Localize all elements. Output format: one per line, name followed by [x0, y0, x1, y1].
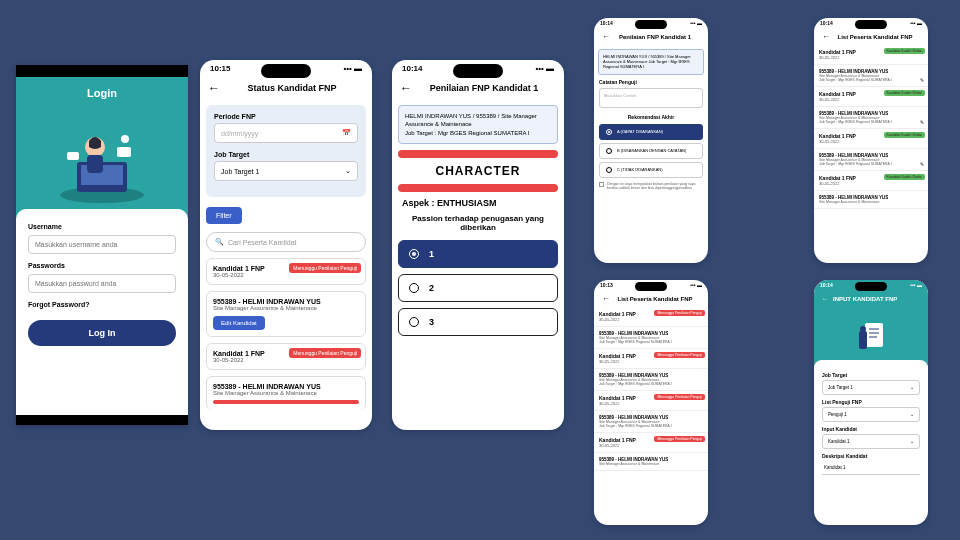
progress-bar — [213, 400, 359, 404]
list-item[interactable]: Kandidat 1 FNP30-05-2022Kandidat Sudah D… — [814, 171, 928, 191]
edit-icon[interactable]: ✎ — [920, 77, 924, 83]
svg-rect-5 — [117, 147, 131, 157]
list-item[interactable]: Kandidat 1 FNP30-05-2022Kandidat Sudah D… — [814, 45, 928, 65]
list-item[interactable]: Kandidat 1 FNP30-05-2022Kandidat Sudah D… — [814, 129, 928, 149]
deskripsi-label: Deskripsi Kandidat — [822, 453, 920, 459]
edit-icon[interactable]: ✎ — [920, 161, 924, 167]
back-icon[interactable]: ← — [602, 294, 610, 303]
chevron-down-icon: ⌄ — [345, 167, 351, 175]
status-badge: Menunggu Penilaian Penguji — [289, 348, 361, 358]
character-heading: CHARACTER — [392, 164, 564, 178]
deskripsi-input[interactable]: Kandidat 1 — [822, 461, 920, 475]
chevron-down-icon: ⌄ — [910, 439, 914, 444]
back-icon[interactable]: ← — [400, 81, 412, 95]
filter-button[interactable]: Filter — [206, 207, 242, 224]
rekom-option-b[interactable]: B (DISARANKAN DENGAN CATATAN) — [599, 143, 703, 159]
header: ← Penilaian FNP Kandidat 1 — [392, 77, 564, 99]
status-icons: ••• ▬ — [910, 282, 922, 288]
candidate-info: HELMI INDRAWAN YUS / 955389 / Site Manag… — [398, 105, 558, 144]
divider — [398, 150, 558, 158]
back-icon[interactable]: ← — [602, 32, 610, 41]
notch — [261, 64, 311, 78]
list-item: 955389 - HELMI INDRAWAN YUSSite Manager … — [814, 191, 928, 209]
status-icons: ••• ▬ — [910, 20, 922, 26]
option-2[interactable]: 2 — [398, 274, 558, 302]
kandidat-card[interactable]: Kandidat 1 FNP 30-05-2022 Menunggu Penil… — [206, 258, 366, 285]
input-kandidat-screen: 10:14••• ▬ ← INPUT KANDIDAT FNP Job Targ… — [814, 280, 928, 525]
rekom-option-a[interactable]: A (DAPAT DISARANKAN) — [599, 124, 703, 140]
input-kandidat-label: Input Kandidat — [822, 426, 920, 432]
list-item[interactable]: Kandidat 1 FNP30-05-2022Menunggu Penilai… — [594, 433, 708, 453]
back-icon[interactable]: ← — [822, 32, 830, 41]
employee-name: 955389 - HELMI INDRAWAN YUS — [213, 298, 359, 305]
status-icons: ••• ▬ — [690, 282, 702, 288]
status-icons: ••• ▬ — [535, 64, 554, 73]
employee-card: 955389 - HELMI INDRAWAN YUS Site Manager… — [206, 376, 366, 410]
periode-input[interactable]: dd/mm/yyyy 📅 — [214, 123, 358, 143]
page-title: INPUT KANDIDAT FNP — [833, 296, 897, 302]
clock: 10:14 — [402, 64, 422, 73]
page-title: List Peserta Kandidat FNP — [830, 34, 920, 40]
list-item[interactable]: Kandidat 1 FNP30-05-2022Menunggu Penilai… — [594, 307, 708, 327]
top-bar — [16, 65, 188, 77]
catatan-label: Catatan Penguji — [599, 79, 703, 85]
header: ← Status Kandidat FNP — [200, 77, 372, 99]
job-target-select[interactable]: Job Target 1⌄ — [822, 380, 920, 395]
job-target-label: Job Target — [822, 372, 920, 378]
clock: 10:14 — [820, 282, 833, 288]
password-input[interactable] — [28, 274, 176, 293]
periode-label: Periode FNP — [214, 113, 358, 120]
rekomendasi-heading: Rekomendasi Akhir — [594, 114, 708, 120]
list-item: 955389 - HELMI INDRAWAN YUSSite Manager … — [594, 453, 708, 471]
search-icon: 🔍 — [215, 238, 224, 246]
job-target-label: Job Target — [214, 151, 358, 158]
svg-rect-4 — [87, 155, 103, 173]
rekom-option-c[interactable]: C (TIDAK DISARANKAN) — [599, 162, 703, 178]
login-screen: Login Username Passwords Forgot Password… — [16, 65, 188, 425]
option-1[interactable]: 1 — [398, 240, 558, 268]
radio-icon — [606, 129, 612, 135]
list-item: 955389 - HELMI INDRAWAN YUSSite Manager … — [814, 149, 928, 171]
edit-icon[interactable]: ✎ — [920, 119, 924, 125]
bottom-bar — [16, 415, 188, 425]
catatan-input[interactable]: Masukkan Contoh — [599, 88, 703, 108]
notch — [855, 282, 887, 291]
password-label: Passwords — [28, 262, 176, 269]
status-badge: Kandidat Sudah Dinilai — [884, 48, 925, 54]
forgot-password-link[interactable]: Forgot Password? — [28, 301, 176, 308]
chevron-down-icon: ⌄ — [910, 412, 914, 417]
status-icons: ••• ▬ — [343, 64, 362, 73]
hero — [814, 308, 928, 366]
back-icon[interactable]: ← — [822, 296, 828, 302]
login-card: Username Passwords Forgot Password? Log … — [16, 209, 188, 360]
search-input[interactable]: 🔍 Cari Peserta Kandidat — [206, 232, 366, 252]
login-button[interactable]: Log In — [28, 320, 176, 346]
job-target-select[interactable]: Job Target 1 ⌄ — [214, 161, 358, 181]
edit-kandidat-button[interactable]: Edit Kandidat — [213, 316, 265, 330]
list-penguji-label: List Penguji FNP — [822, 399, 920, 405]
radio-icon — [409, 283, 419, 293]
list-item[interactable]: Kandidat 1 FNP30-05-2022Kandidat Sudah D… — [814, 87, 928, 107]
status-badge: Menunggu Penilaian Penguji — [654, 310, 705, 316]
employee-card: 955389 - HELMI INDRAWAN YUS Site Manager… — [206, 291, 366, 337]
list-item[interactable]: Kandidat 1 FNP30-05-2022Menunggu Penilai… — [594, 391, 708, 411]
page-title: Penilaian FNP Kandidat 1 — [610, 34, 700, 40]
list-item[interactable]: Kandidat 1 FNP30-05-2022Menunggu Penilai… — [594, 349, 708, 369]
username-input[interactable] — [28, 235, 176, 254]
aspek-label: Aspek : ENTHUSIASM — [402, 198, 554, 208]
svg-point-7 — [121, 135, 129, 143]
kandidat-card[interactable]: Kandidat 1 FNP 30-05-2022 Menunggu Penil… — [206, 343, 366, 370]
list-penguji-select[interactable]: Penguji 1⌄ — [822, 407, 920, 422]
candidate-info: HELMI INDRAWAN YUS / 955389 / Site Manag… — [598, 49, 704, 75]
option-3[interactable]: 3 — [398, 308, 558, 336]
status-kandidat-screen: 10:15 ••• ▬ ← Status Kandidat FNP Period… — [200, 60, 372, 430]
radio-icon — [409, 317, 419, 327]
clock: 10:14 — [600, 20, 613, 26]
status-icons: ••• ▬ — [690, 20, 702, 26]
checkbox[interactable] — [599, 182, 604, 187]
radio-icon — [409, 249, 419, 259]
chevron-down-icon: ⌄ — [910, 385, 914, 390]
catatan-screen: 10:14••• ▬ ←Penilaian FNP Kandidat 1 HEL… — [594, 18, 708, 263]
back-icon[interactable]: ← — [208, 81, 220, 95]
input-kandidat-select[interactable]: Kandidat 1⌄ — [822, 434, 920, 449]
